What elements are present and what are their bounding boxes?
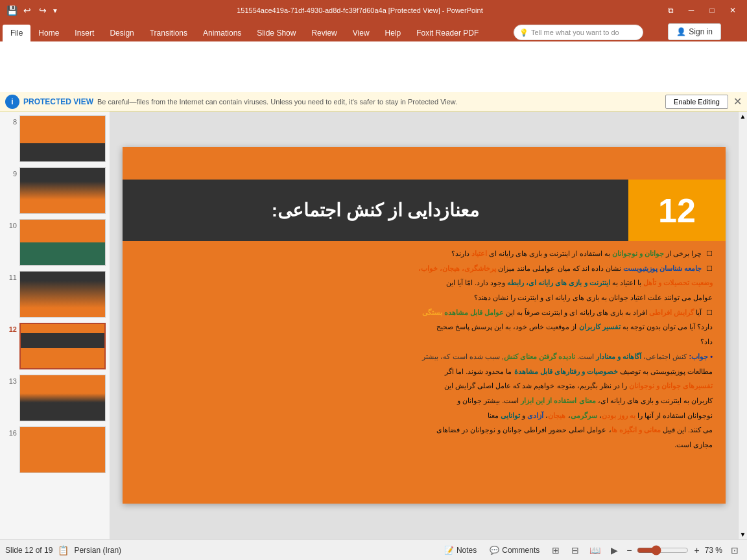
right-scrollbar[interactable]: ▲ ▼ xyxy=(738,111,747,539)
redo-icon[interactable]: ↪ xyxy=(36,4,49,17)
signin-button[interactable]: 👤 Sign in xyxy=(668,23,721,40)
restore-down-icon[interactable]: ⧉ xyxy=(661,4,680,17)
slide-line-8: • جواب: کنش اجتماعی، آگاهانه و معنادار ا… xyxy=(136,351,713,363)
zoom-slider[interactable] xyxy=(637,546,689,555)
thumb-number-12: 12 xyxy=(4,323,17,333)
slide-line-2: ☐ جامعه شناسان پوزیتیویست نشان داده اند … xyxy=(136,262,713,275)
ribbon: File Home Insert Design Transitions Anim… xyxy=(0,21,747,92)
undo-icon[interactable]: ↩ xyxy=(21,4,34,17)
fit-window-button[interactable]: ⊡ xyxy=(728,544,742,556)
slide-number: 12 xyxy=(658,191,696,230)
zoom-plus-icon[interactable]: + xyxy=(694,545,699,555)
thumbnail-12[interactable]: 12 xyxy=(3,321,107,371)
protected-view-label: PROTECTED VIEW xyxy=(23,97,93,106)
thumbnail-13[interactable]: 13 xyxy=(3,373,107,423)
slide-line-3: وضعیت تحصیلات و تأهل با اعتیاد به اینترن… xyxy=(136,277,713,289)
maximize-icon[interactable]: □ xyxy=(703,4,721,17)
thumb-slide-9 xyxy=(19,167,106,214)
notes-button[interactable]: 📝 Notes xyxy=(440,544,480,556)
tab-foxit[interactable]: Foxit Reader PDF xyxy=(409,25,486,41)
window-title: 151554ace419a-71df-4930-ad8d-fc39f7d60a4… xyxy=(58,6,661,14)
thumb-slide-16 xyxy=(19,426,106,473)
statusbar-right: 📝 Notes 💬 Comments ⊞ ⊟ 📖 ▶ − + 73 % ⊡ xyxy=(440,544,742,556)
reading-view-button[interactable]: 📖 xyxy=(587,544,602,556)
statusbar: Slide 12 of 19 📋 Persian (Iran) 📝 Notes … xyxy=(0,539,747,560)
slide-content-area: ☐ چرا برخی از جوانان و نوجوانان به استفا… xyxy=(123,241,726,504)
slide-canvas: معنازدایی از کنش اجتماعی: 12 ☐ چرا برخی … xyxy=(123,147,726,504)
slide-line-7: داد؟ xyxy=(136,336,713,348)
slide-line-1: ☐ چرا برخی از جوانان و نوجوانان به استفا… xyxy=(136,248,713,260)
protected-view-bar: i PROTECTED VIEW Be careful—files from t… xyxy=(0,92,747,111)
tab-review[interactable]: Review xyxy=(303,25,344,41)
dropdown-arrow-icon[interactable]: ▼ xyxy=(52,7,58,14)
normal-view-button[interactable]: ⊞ xyxy=(549,544,563,556)
slide-line-13: می کنند. این قبیل معانی و انگیزه ها، عوا… xyxy=(136,424,713,436)
thumb-number-16: 16 xyxy=(4,426,17,437)
thumb-slide-12 xyxy=(19,323,106,369)
slide-number-box: 12 xyxy=(628,180,726,241)
slide-line-12: نوجوانان استفاده از آنها را به روز بودن،… xyxy=(136,410,713,422)
statusbar-left: Slide 12 of 19 📋 Persian (Iran) xyxy=(5,545,435,555)
slide-line-4: عوامل می توانند علت اعتیاد جوانان به باز… xyxy=(136,292,713,304)
signin-label: Sign in xyxy=(689,27,713,36)
tab-view[interactable]: View xyxy=(345,25,377,41)
tab-file[interactable]: File xyxy=(3,25,30,41)
tab-design[interactable]: Design xyxy=(102,25,141,41)
thumbnail-10[interactable]: 10 xyxy=(3,218,107,267)
slide-line-9: مطالعات پوزیتیویستی به توصیف خصوصیات و ر… xyxy=(136,366,713,378)
thumbnail-16[interactable]: 16 xyxy=(3,425,107,474)
slide-line-6: دارد؟ آیا می توان بدون توجه به تفسیر کار… xyxy=(136,321,713,333)
zoom-level: 73 % xyxy=(705,546,722,555)
slide-line-5: ☐ آیا گرایش افراطی افراد به بازی های رای… xyxy=(136,307,713,319)
zoom-minus-icon[interactable]: − xyxy=(626,545,632,555)
thumbnail-panel: 8 9 10 11 12 13 xyxy=(0,111,110,539)
thumb-number-10: 10 xyxy=(4,219,17,229)
comments-label: Comments xyxy=(502,546,540,555)
thumb-slide-13 xyxy=(19,375,106,421)
tab-home[interactable]: Home xyxy=(30,25,67,41)
thumbnail-8[interactable]: 8 xyxy=(3,114,107,163)
slide-sorter-button[interactable]: ⊟ xyxy=(568,544,582,556)
thumbnail-9[interactable]: 9 xyxy=(3,166,107,215)
protected-view-message: Be careful—files from the Internet can c… xyxy=(97,98,665,106)
slide-line-10: تفسیرهای جوانان و نوجوانان را در نظر بگی… xyxy=(136,380,713,392)
comments-icon: 💬 xyxy=(490,546,499,555)
ribbon-tabs: File Home Insert Design Transitions Anim… xyxy=(0,21,747,41)
slide-line-11: کاربران به اینترنت و بازی های رایانه ای،… xyxy=(136,395,713,407)
notes-label: Notes xyxy=(456,546,477,555)
slide-title-text: معنازدایی از کنش اجتماعی: xyxy=(272,200,480,221)
language-indicator: Persian (Iran) xyxy=(74,546,121,555)
slideshow-view-button[interactable]: ▶ xyxy=(607,544,621,556)
thumbnail-11[interactable]: 11 xyxy=(3,270,107,319)
main-area: 8 9 10 11 12 13 xyxy=(0,111,747,539)
window-controls: ⧉ ─ □ ✕ xyxy=(661,4,742,17)
thumb-number-8: 8 xyxy=(4,115,17,126)
tell-me-input[interactable]: 💡 Tell me what you want to do xyxy=(514,25,643,40)
info-icon: i xyxy=(5,95,19,109)
scroll-up-icon[interactable]: ▲ xyxy=(740,113,746,120)
titlebar-left: 💾 ↩ ↪ ▼ xyxy=(5,4,58,17)
enable-editing-button[interactable]: Enable Editing xyxy=(665,95,728,109)
tell-me-text: Tell me what you want to do xyxy=(531,29,619,36)
tab-help[interactable]: Help xyxy=(377,25,409,41)
tab-transitions[interactable]: Transitions xyxy=(142,25,195,41)
thumb-number-11: 11 xyxy=(4,271,17,281)
slide-header-orange xyxy=(123,147,726,180)
thumb-number-13: 13 xyxy=(4,375,17,385)
thumb-slide-11 xyxy=(19,271,106,318)
notes-accessibility-icon: 📋 xyxy=(58,545,69,555)
slide-count: Slide 12 of 19 xyxy=(5,546,53,555)
close-icon[interactable]: ✕ xyxy=(724,4,742,17)
comments-button[interactable]: 💬 Comments xyxy=(486,544,543,556)
save-icon[interactable]: 💾 xyxy=(5,4,18,17)
tab-animations[interactable]: Animations xyxy=(195,25,249,41)
tab-slideshow[interactable]: Slide Show xyxy=(249,25,303,41)
slide-title-bar: معنازدایی از کنش اجتماعی: xyxy=(123,180,628,241)
tab-insert[interactable]: Insert xyxy=(67,25,102,41)
minimize-icon[interactable]: ─ xyxy=(682,4,700,17)
thumb-number-9: 9 xyxy=(4,167,17,178)
protected-bar-close-icon[interactable]: ✕ xyxy=(733,95,742,108)
scroll-down-icon[interactable]: ▼ xyxy=(740,531,746,538)
thumb-slide-8 xyxy=(19,115,106,162)
slide-line-14: مجازی است. xyxy=(136,439,713,451)
